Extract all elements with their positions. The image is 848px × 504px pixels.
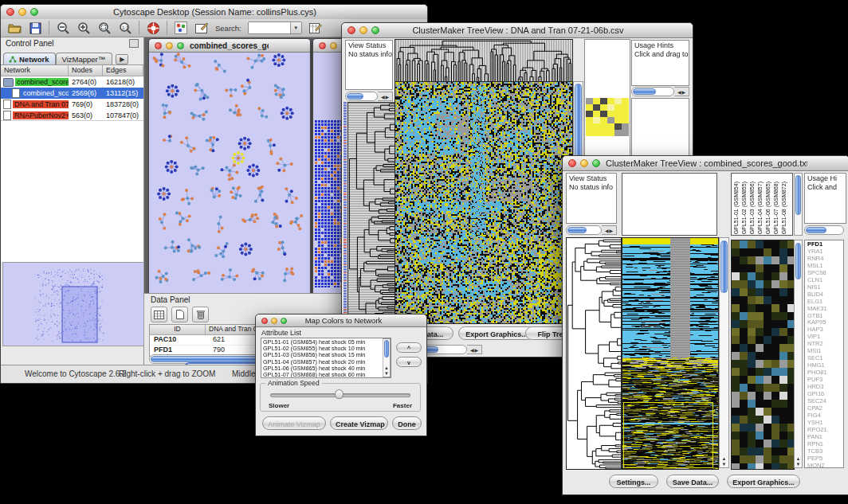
column-label[interactable]: GPL51-07 (GSM868) bbox=[772, 182, 779, 234]
network-tab-icon bbox=[9, 56, 17, 63]
tv1-export-graphics-button[interactable]: Export Graphics... bbox=[458, 326, 535, 340]
attribute-list-item[interactable]: GPL51-07 (GSM868) heat shock 60 min bbox=[263, 372, 381, 378]
trash-icon[interactable] bbox=[192, 307, 209, 322]
dialog-title: Map Colors to Network bbox=[292, 316, 395, 325]
tv2-header-vscrollbar[interactable] bbox=[794, 173, 803, 236]
tab-vizmapper[interactable]: VizMapper™ bbox=[56, 53, 112, 64]
network-table-row[interactable]: combined_scores 2764(0) 16218(0) bbox=[1, 76, 143, 88]
tv2-zoom-button[interactable] bbox=[592, 159, 600, 167]
minimize-button[interactable] bbox=[18, 8, 26, 16]
new-document-icon[interactable] bbox=[171, 307, 188, 322]
network-table: combined_scores 2764(0) 16218(0) combine… bbox=[1, 76, 143, 121]
speed-slider-thumb[interactable] bbox=[335, 389, 344, 399]
tv1-similarity-matrix[interactable] bbox=[586, 98, 629, 136]
float-panel-icon[interactable] bbox=[129, 39, 139, 48]
tv1-column-dendrogram[interactable] bbox=[395, 39, 573, 83]
network-graph-canvas[interactable] bbox=[149, 53, 308, 292]
attribute-list-vscrollbar[interactable]: ▲▼ bbox=[383, 338, 391, 377]
dialog-titlebar[interactable]: Map Colors to Network bbox=[256, 315, 426, 327]
tv2-minimize-button[interactable] bbox=[580, 159, 588, 167]
open-file-icon[interactable] bbox=[7, 21, 22, 35]
attribute-list-label: Attribute List bbox=[261, 329, 301, 337]
save-icon[interactable] bbox=[28, 21, 42, 35]
move-up-button[interactable]: ^ bbox=[396, 342, 422, 353]
frame-close-button[interactable] bbox=[155, 42, 162, 49]
network-frame-titlebar[interactable]: combined_scores_good.txt--cluste... bbox=[149, 39, 310, 53]
tab-overflow-arrow[interactable]: ▶ bbox=[116, 54, 128, 64]
control-panel-tabs: Network VizMapper™ ▶ bbox=[1, 51, 143, 65]
tv1-row-color-strip bbox=[344, 102, 347, 322]
treeview1-titlebar[interactable]: ClusterMaker TreeView : DNA and Tran 07-… bbox=[342, 23, 693, 38]
network-table-row[interactable]: combined_sco 2569(6) 13112(15) bbox=[1, 88, 143, 99]
tv1-status-hscrollbar[interactable]: ◀▶ bbox=[345, 92, 393, 101]
network-table-row[interactable]: RNAPuberNov2+ 563(0) 107847(0) bbox=[1, 110, 143, 121]
dialog-zoom-button[interactable] bbox=[281, 318, 287, 324]
tv2-zoom-heatmap[interactable] bbox=[731, 240, 795, 470]
tv2-genelist-vscrollbar[interactable]: ▲▼ bbox=[794, 240, 803, 468]
treeview1-title: ClusterMaker TreeView : DNA and Tran 07-… bbox=[385, 25, 651, 35]
treeview2-title: ClusterMaker TreeView : combined_scores_… bbox=[606, 158, 807, 168]
main-titlebar[interactable]: Cytoscape Desktop (Session Name: collins… bbox=[1, 5, 427, 20]
tv2-hints-hscrollbar[interactable] bbox=[804, 225, 844, 235]
network-row-icon bbox=[12, 88, 20, 98]
frame-minimize-button[interactable] bbox=[166, 42, 173, 49]
tv1-row-dendrogram[interactable] bbox=[347, 102, 395, 324]
create-vizmap-button[interactable]: Create Vizmap bbox=[330, 416, 388, 430]
tv2-gene-list: PFD1YRA1RNR4MSL1SPC98CLN1NIS1BUD4ELG1MAK… bbox=[804, 240, 844, 468]
search-dropdown-arrow[interactable]: ▼ bbox=[290, 22, 301, 33]
table-grid-icon[interactable] bbox=[151, 307, 167, 322]
zoom-out-icon[interactable] bbox=[56, 21, 70, 35]
gene-item[interactable]: MON2 bbox=[807, 463, 843, 468]
tv2-close-button[interactable] bbox=[568, 159, 576, 167]
table-edit-icon[interactable] bbox=[308, 21, 323, 35]
column-label[interactable]: GPL51-04 (GSM857) bbox=[756, 182, 764, 234]
frame2-close-button[interactable] bbox=[319, 42, 326, 49]
tv1-hints-hscrollbar[interactable]: ◀▶ bbox=[631, 87, 689, 96]
tv2-heatmap-vscrollbar[interactable]: ▲▼ bbox=[719, 237, 729, 468]
column-label[interactable]: GPL51-01 (GSM854) bbox=[732, 182, 740, 234]
column-label[interactable]: GPL51-08 (GSM872) bbox=[780, 182, 787, 234]
network-overview-panel[interactable] bbox=[2, 262, 144, 346]
tv2-heatmap[interactable] bbox=[622, 237, 719, 470]
zoom-fit-icon[interactable]: 1:1 bbox=[118, 21, 132, 35]
animate-vizmap-button[interactable]: Animate Vizmap bbox=[262, 416, 326, 430]
column-label[interactable]: GPL51-03 (GSM856) bbox=[748, 182, 756, 234]
done-button[interactable]: Done bbox=[392, 416, 422, 430]
dialog-minimize-button[interactable] bbox=[271, 318, 277, 324]
tv1-heatmap[interactable] bbox=[395, 81, 573, 324]
zoom-button[interactable] bbox=[30, 8, 38, 16]
close-button[interactable] bbox=[6, 8, 14, 16]
zoom-selected-icon[interactable] bbox=[97, 21, 112, 35]
tv2-save-data-button[interactable]: Save Data... bbox=[666, 475, 719, 488]
search-input[interactable]: ▼ bbox=[248, 21, 302, 34]
zoom-in-icon[interactable] bbox=[77, 21, 91, 35]
help-lifering-icon[interactable] bbox=[146, 21, 160, 35]
map-colors-dialog: Map Colors to Network Attribute List GPL… bbox=[255, 314, 427, 436]
network-row-icon bbox=[3, 111, 11, 120]
network-frame-title: combined_scores_good.txt--cluste... bbox=[190, 41, 269, 50]
slower-label: Slower bbox=[269, 402, 289, 409]
window-title: Cytoscape Desktop (Session Name: collins… bbox=[44, 7, 386, 17]
overview-canvas[interactable] bbox=[3, 263, 142, 344]
search-label: Search: bbox=[215, 24, 241, 33]
network-table-row[interactable]: DNA and Tran 07 769(0) 183728(0) bbox=[1, 99, 143, 110]
move-down-button[interactable]: v bbox=[396, 357, 422, 367]
tv2-export-graphics-button[interactable]: Export Graphics... bbox=[727, 475, 800, 488]
tv1-close-button[interactable] bbox=[347, 26, 355, 34]
animation-speed-label: Animation Speed bbox=[265, 379, 322, 387]
column-label[interactable]: GPL51-02 (GSM855) bbox=[740, 182, 748, 234]
tv1-minimize-button[interactable] bbox=[359, 26, 367, 34]
tab-network[interactable]: Network bbox=[3, 53, 56, 64]
frame2-minimize-button[interactable] bbox=[330, 42, 337, 49]
faster-label: Faster bbox=[393, 402, 412, 409]
tv1-zoom-button[interactable] bbox=[371, 26, 379, 34]
vizmap-nodes-icon[interactable] bbox=[174, 21, 188, 35]
annotation-icon[interactable] bbox=[194, 21, 209, 35]
tv2-settings-button[interactable]: Settings... bbox=[609, 475, 658, 488]
tv2-row-dendrogram[interactable] bbox=[566, 237, 622, 470]
frame-zoom-button[interactable] bbox=[177, 42, 184, 49]
column-label[interactable]: GPL51-06 (GSM865) bbox=[764, 182, 771, 234]
tv2-status-hscrollbar[interactable]: ◀▶ bbox=[566, 225, 617, 235]
treeview2-titlebar[interactable]: ClusterMaker TreeView : combined_scores_… bbox=[563, 156, 848, 171]
dialog-close-button[interactable] bbox=[261, 318, 268, 324]
